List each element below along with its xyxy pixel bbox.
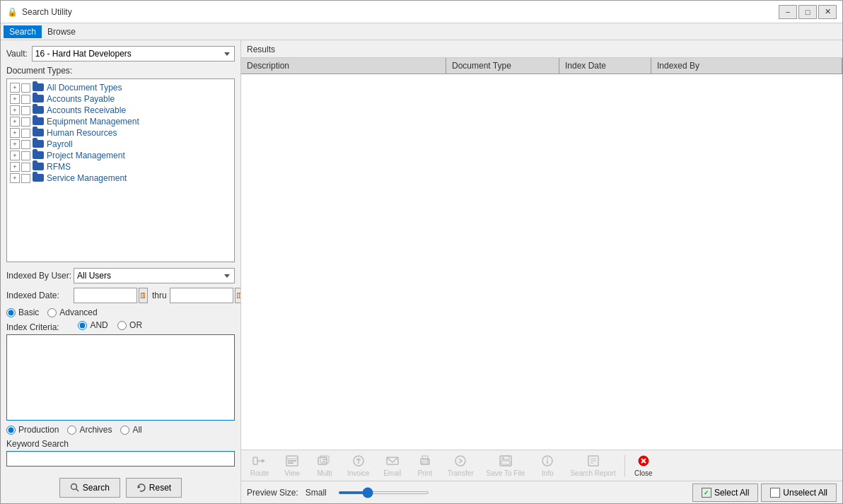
indexed-date-from-input[interactable] [74, 288, 137, 303]
checkbox-ar[interactable] [21, 106, 30, 115]
select-all-button[interactable]: ✓ Select All [692, 484, 758, 502]
tree-item-service[interactable]: + Service Management [10, 172, 231, 184]
or-radio-label[interactable]: OR [117, 320, 142, 330]
thru-label: thru [152, 291, 167, 300]
folder-payroll-icon [33, 140, 44, 149]
transfer-button[interactable]: Transfer [442, 453, 479, 479]
invoice-button[interactable]: Invoice [342, 453, 376, 479]
basic-radio[interactable] [6, 308, 16, 317]
and-radio-label[interactable]: AND [78, 320, 107, 330]
print-button[interactable]: Print [409, 453, 441, 479]
expand-svc-icon[interactable]: + [10, 173, 20, 183]
vault-select[interactable]: 16 - Hard Hat Developers [32, 46, 235, 61]
checkbox-payroll[interactable] [21, 140, 30, 149]
expand-pm-icon[interactable]: + [10, 151, 20, 160]
tree-item-equipment[interactable]: + Equipment Management [10, 116, 231, 127]
tree-label-svc: Service Management [47, 173, 127, 183]
reset-button[interactable]: Reset [126, 478, 182, 498]
close-label: Close [634, 469, 653, 477]
svg-rect-25 [501, 461, 510, 464]
and-radio[interactable] [78, 321, 87, 330]
tree-label-ar: Accounts Receivable [47, 105, 126, 115]
svg-rect-13 [322, 461, 325, 462]
archives-radio-label[interactable]: Archives [67, 425, 112, 435]
search-button-label: Search [83, 483, 110, 493]
transfer-label: Transfer [448, 469, 474, 477]
tree-item-pm[interactable]: + Project Management [10, 150, 231, 161]
indexed-date-label: Indexed Date: [6, 291, 74, 300]
view-button[interactable]: View [277, 453, 308, 479]
unselect-all-button[interactable]: Unselect All [761, 484, 837, 502]
search-button[interactable]: Search [59, 478, 120, 498]
tree-item-rfms[interactable]: + RFMS [10, 161, 231, 172]
checkbox-rfms[interactable] [21, 163, 30, 172]
close-button[interactable]: Close [628, 453, 659, 479]
keyword-search-input[interactable] [6, 451, 235, 467]
info-button[interactable]: Info [532, 453, 563, 479]
production-radio-label[interactable]: Production [6, 425, 59, 435]
production-radio[interactable] [6, 426, 16, 435]
tree-label-all: All Document Types [47, 83, 122, 93]
invoice-icon [351, 454, 366, 468]
main-content: Vault: 16 - Hard Hat Developers Document… [1, 40, 842, 503]
folder-rfms-icon [33, 163, 44, 172]
results-table[interactable]: Description Document Type Index Date Ind… [241, 58, 842, 450]
view-label: View [284, 469, 300, 477]
invoice-label: Invoice [347, 469, 370, 477]
tree-item-hr[interactable]: + Human Resources [10, 127, 231, 139]
window-close-button[interactable]: ✕ [818, 5, 837, 19]
folder-hr-icon [33, 129, 44, 138]
indexed-date-from-calendar-button[interactable]: 🗓 [139, 288, 148, 303]
archives-radio[interactable] [67, 426, 76, 435]
search-report-button[interactable]: Search Report [564, 453, 621, 479]
checkbox-hr[interactable] [21, 129, 30, 138]
save-to-file-icon [499, 454, 513, 468]
checkbox-pm[interactable] [21, 151, 30, 160]
expand-payroll-icon[interactable]: + [10, 139, 20, 149]
minimize-button[interactable]: − [779, 5, 797, 19]
or-label: OR [129, 320, 142, 330]
view-icon [285, 454, 299, 468]
and-label: AND [90, 320, 107, 330]
svg-rect-20 [422, 462, 428, 464]
basic-radio-label[interactable]: Basic [6, 307, 39, 317]
advanced-radio[interactable] [47, 308, 57, 317]
save-to-file-button[interactable]: Save To File [481, 453, 531, 479]
toolbar: Route View [241, 450, 842, 481]
tree-item-payroll[interactable]: + Payroll [10, 139, 231, 150]
tree-item-all[interactable]: + All Document Types [10, 82, 231, 93]
menu-item-browse[interactable]: Browse [42, 25, 81, 38]
expand-eq-icon[interactable]: + [10, 117, 20, 127]
expand-ar-icon[interactable]: + [10, 105, 20, 115]
index-criteria-input[interactable] [6, 334, 235, 421]
maximize-button[interactable]: □ [798, 5, 817, 19]
reset-button-icon [136, 483, 146, 493]
results-header: Description Document Type Index Date Ind… [241, 58, 842, 74]
indexed-date-to-calendar-button[interactable]: 🗓 [235, 288, 241, 303]
checkbox-ap[interactable] [21, 95, 30, 104]
indexed-date-to-input[interactable] [170, 288, 233, 303]
checkbox-svc[interactable] [21, 174, 30, 183]
advanced-radio-label[interactable]: Advanced [47, 307, 97, 317]
expand-all-icon[interactable]: + [10, 83, 20, 93]
expand-rfms-icon[interactable]: + [10, 162, 20, 172]
route-button[interactable]: Route [244, 453, 275, 479]
folder-svc-icon [33, 174, 44, 183]
all-radio-label[interactable]: All [120, 425, 141, 435]
results-label: Results [241, 40, 842, 58]
search-button-icon [70, 483, 80, 493]
menu-item-search[interactable]: Search [4, 25, 42, 38]
indexed-by-select[interactable]: All Users [74, 268, 235, 283]
expand-hr-icon[interactable]: + [10, 128, 20, 138]
folder-ap-icon [33, 95, 44, 104]
expand-ap-icon[interactable]: + [10, 94, 20, 104]
multi-button[interactable]: Multi [309, 453, 340, 479]
all-radio[interactable] [120, 426, 129, 435]
or-radio[interactable] [117, 321, 127, 330]
tree-item-accounts-payable[interactable]: + Accounts Payable [10, 93, 231, 105]
email-button[interactable]: Email [377, 453, 408, 479]
checkbox-all[interactable] [21, 83, 30, 93]
tree-item-accounts-receivable[interactable]: + Accounts Receivable [10, 105, 231, 116]
checkbox-eq[interactable] [21, 117, 30, 127]
preview-size-slider[interactable] [338, 491, 429, 494]
